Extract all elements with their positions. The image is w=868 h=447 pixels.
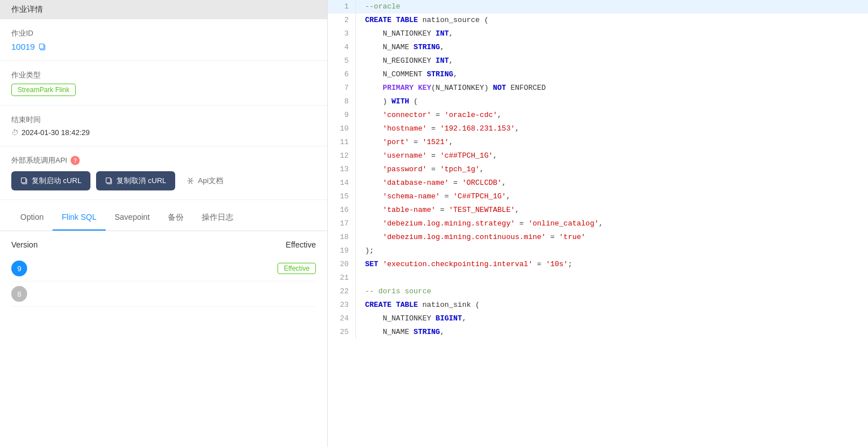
line-num-7: 7	[328, 81, 356, 95]
version-header: Version Effective	[11, 240, 316, 249]
line-num-22: 22	[328, 285, 356, 298]
copy-start-icon	[20, 177, 28, 185]
line-content-16: 'table-name' = 'TEST_NEWTABLE',	[356, 203, 868, 217]
line-content-9: 'connector' = 'oracle-cdc',	[356, 109, 868, 122]
line-num-12: 12	[328, 149, 356, 163]
code-line-17: 17 'debezium.log.mining.strategy' = 'onl…	[328, 217, 868, 231]
version-row-8: 8	[11, 281, 316, 307]
line-num-21: 21	[328, 271, 356, 285]
tab-flinksql[interactable]: Flink SQL	[53, 206, 105, 231]
svg-rect-3	[21, 178, 26, 183]
end-time-value: ⏱ 2024-01-30 18:42:29	[11, 128, 316, 137]
line-num-20: 20	[328, 258, 356, 271]
section-title: 作业详情	[11, 5, 43, 14]
line-num-18: 18	[328, 231, 356, 244]
copy-icon[interactable]	[38, 43, 46, 51]
line-content-13: 'password' = 'tpch_1g',	[356, 163, 868, 176]
line-content-15: 'schema-name' = 'C##TPCH_1G',	[356, 190, 868, 203]
code-line-13: 13 'password' = 'tpch_1g',	[328, 163, 868, 176]
api-doc-button[interactable]: Api文档	[181, 171, 229, 190]
line-content-10: 'hostname' = '192.168.231.153',	[356, 122, 868, 136]
effective-badge: Effective	[277, 263, 316, 274]
line-content-12: 'username' = 'c##TPCH_1G',	[356, 149, 868, 163]
line-content-20: SET 'execution.checkpointing.interval' =…	[356, 258, 868, 271]
line-num-24: 24	[328, 312, 356, 326]
line-content-8: ) WITH (	[356, 95, 868, 109]
code-line-1: 1 --oracle	[328, 0, 868, 14]
code-line-18: 18 'debezium.log.mining.continuous.mine'…	[328, 231, 868, 244]
line-num-3: 3	[328, 27, 356, 41]
code-line-19: 19 );	[328, 244, 868, 258]
line-content-6: N_COMMENT STRING,	[356, 68, 868, 81]
tabs: Option Flink SQL Savepoint 备份 操作日志	[11, 206, 316, 231]
code-line-25: 25 N_NAME STRING,	[328, 326, 868, 339]
job-id-value: 10019	[11, 42, 316, 51]
link-icon	[186, 177, 194, 185]
line-num-17: 17	[328, 217, 356, 231]
code-line-16: 16 'table-name' = 'TEST_NEWTABLE',	[328, 203, 868, 217]
copy-start-label: 复制启动 cURL	[32, 176, 81, 186]
code-line-21: 21	[328, 271, 868, 285]
version-section: Version Effective 9 Effective 8	[0, 231, 327, 447]
code-line-15: 15 'schema-name' = 'C##TPCH_1G',	[328, 190, 868, 203]
code-line-11: 11 'port' = '1521',	[328, 136, 868, 149]
clock-icon: ⏱	[11, 128, 19, 137]
line-num-14: 14	[328, 176, 356, 190]
end-time-label: 结束时间	[11, 115, 316, 125]
line-num-8: 8	[328, 95, 356, 109]
line-num-10: 10	[328, 122, 356, 136]
version-badge-9: 9	[11, 261, 27, 276]
code-line-14: 14 'database-name' = 'ORCLCDB',	[328, 176, 868, 190]
line-num-1: 1	[328, 0, 356, 14]
job-type-badge: StreamPark Flink	[11, 84, 316, 96]
line-content-1: --oracle	[356, 0, 868, 14]
version-badge-8: 8	[11, 286, 27, 302]
line-content-14: 'database-name' = 'ORCLCDB',	[356, 176, 868, 190]
code-line-5: 5 N_REGIONKEY INT,	[328, 54, 868, 68]
line-num-5: 5	[328, 54, 356, 68]
code-line-20: 20 SET 'execution.checkpointing.interval…	[328, 258, 868, 271]
line-num-25: 25	[328, 326, 356, 339]
code-editor: 1 --oracle 2 CREATE TABLE nation_source …	[328, 0, 868, 447]
line-num-13: 13	[328, 163, 356, 176]
version-row-9: 9 Effective	[11, 256, 316, 281]
line-content-5: N_REGIONKEY INT,	[356, 54, 868, 68]
line-content-7: PRIMARY KEY(N_NATIONKEY) NOT ENFORCED	[356, 81, 868, 95]
code-line-9: 9 'connector' = 'oracle-cdc',	[328, 109, 868, 122]
code-line-12: 12 'username' = 'c##TPCH_1G',	[328, 149, 868, 163]
tab-savepoint[interactable]: Savepoint	[106, 206, 159, 231]
line-content-22: -- doris source	[356, 285, 868, 298]
copy-cancel-label: 复制取消 cURL	[116, 176, 166, 186]
version-col-label: Version	[11, 240, 38, 249]
job-id-label: 作业ID	[11, 28, 316, 38]
svg-rect-1	[39, 44, 44, 49]
line-num-6: 6	[328, 68, 356, 81]
code-line-4: 4 N_NAME STRING,	[328, 41, 868, 54]
help-icon[interactable]: ?	[71, 156, 80, 165]
api-label-text: 外部系统调用API	[11, 155, 67, 166]
code-line-7: 7 PRIMARY KEY(N_NATIONKEY) NOT ENFORCED	[328, 81, 868, 95]
copy-start-curl-button[interactable]: 复制启动 cURL	[11, 171, 90, 190]
code-line-22: 22 -- doris source	[328, 285, 868, 298]
tabs-container: Option Flink SQL Savepoint 备份 操作日志	[0, 206, 327, 231]
code-line-2: 2 CREATE TABLE nation_source (	[328, 14, 868, 27]
line-content-25: N_NAME STRING,	[356, 326, 868, 339]
code-line-23: 23 CREATE TABLE nation_sink (	[328, 298, 868, 312]
code-line-6: 6 N_COMMENT STRING,	[328, 68, 868, 81]
job-id-block: 作业ID 10019	[0, 19, 327, 61]
end-time-block: 结束时间 ⏱ 2024-01-30 18:42:29	[0, 106, 327, 146]
tab-backup[interactable]: 备份	[159, 206, 193, 231]
line-content-23: CREATE TABLE nation_sink (	[356, 298, 868, 312]
copy-cancel-icon	[105, 177, 113, 185]
code-container: 1 --oracle 2 CREATE TABLE nation_source …	[328, 0, 868, 339]
tab-option[interactable]: Option	[11, 206, 53, 231]
line-content-24: N_NATIONKEY BIGINT,	[356, 312, 868, 326]
tab-oplog[interactable]: 操作日志	[193, 206, 242, 231]
line-num-2: 2	[328, 14, 356, 27]
job-type-label: 作业类型	[11, 70, 316, 80]
line-content-2: CREATE TABLE nation_source (	[356, 14, 868, 27]
line-content-11: 'port' = '1521',	[356, 136, 868, 149]
copy-cancel-curl-button[interactable]: 复制取消 cURL	[96, 171, 175, 190]
line-content-3: N_NATIONKEY INT,	[356, 27, 868, 41]
line-content-18: 'debezium.log.mining.continuous.mine' = …	[356, 231, 868, 244]
